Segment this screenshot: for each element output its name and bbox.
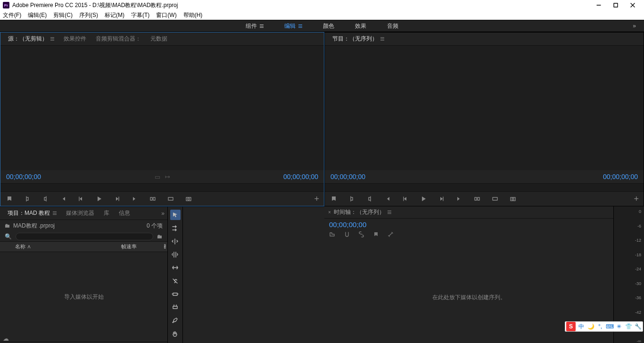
slip-tool-icon[interactable] — [170, 289, 181, 299]
export-frame-icon[interactable] — [509, 195, 517, 203]
project-search-input[interactable] — [16, 233, 153, 240]
col-framerate[interactable]: 帧速率 — [117, 242, 160, 252]
menu-sequence[interactable]: 序列(S) — [79, 11, 98, 19]
step-fwd-icon[interactable] — [437, 195, 446, 203]
program-playhead-timecode[interactable]: 00;00;00;00 — [330, 173, 365, 180]
lift-icon[interactable] — [473, 195, 481, 203]
step-back-icon[interactable] — [77, 195, 85, 203]
resolution-icon[interactable]: ↦ — [165, 173, 170, 180]
tab-menu-icon[interactable] — [53, 212, 57, 215]
overwrite-icon[interactable] — [166, 195, 175, 203]
goto-in-icon[interactable] — [59, 195, 67, 203]
tab-audio-clip-mixer[interactable]: 音频剪辑混合器： — [91, 33, 146, 46]
menu-help[interactable]: 帮助(H) — [183, 11, 203, 19]
project-empty-hint[interactable]: 导入媒体以开始 — [0, 252, 167, 342]
program-viewport[interactable] — [325, 46, 644, 170]
insert-icon[interactable] — [149, 195, 157, 203]
button-editor-icon[interactable]: + — [634, 194, 639, 204]
workspace-editing[interactable]: 编辑 — [284, 22, 302, 30]
track-select-tool-icon[interactable] — [170, 223, 181, 233]
in-point-icon[interactable] — [347, 195, 356, 203]
menu-marker[interactable]: 标记(M) — [105, 11, 124, 19]
ime-mode-icon[interactable]: 🌙 — [586, 322, 595, 331]
tab-menu-icon[interactable] — [380, 37, 384, 41]
ripple-edit-tool-icon[interactable] — [170, 236, 181, 246]
project-columns[interactable]: 名称 ∧ 帧速率 ∦ — [0, 241, 167, 252]
tab-info[interactable]: 信息 — [114, 207, 135, 220]
marker-icon[interactable] — [330, 195, 338, 203]
ime-keyboard-icon[interactable]: ⌨ — [605, 322, 614, 331]
pen-tool-icon[interactable] — [170, 315, 181, 326]
step-fwd-icon[interactable] — [113, 195, 121, 203]
menu-title[interactable]: 字幕(T) — [131, 11, 149, 19]
slide-tool-icon[interactable] — [170, 302, 181, 312]
tab-media-browser[interactable]: 媒体浏览器 — [61, 207, 99, 220]
extract-icon[interactable] — [491, 195, 499, 203]
filter-bin-icon[interactable]: 🖿 — [157, 233, 163, 240]
ime-punct-icon[interactable]: °, — [595, 322, 605, 331]
close-tab-icon[interactable]: × — [328, 210, 331, 215]
marker-icon[interactable] — [5, 195, 14, 203]
nest-toggle-icon[interactable] — [329, 231, 335, 239]
workspace-effects[interactable]: 效果 — [355, 22, 366, 30]
play-icon[interactable] — [95, 195, 103, 203]
col-name[interactable]: 名称 ∧ — [11, 242, 117, 252]
panel-overflow-icon[interactable]: » — [161, 210, 165, 217]
ime-lang-icon[interactable]: 中 — [577, 322, 586, 331]
source-scrubber[interactable] — [0, 183, 324, 192]
menu-window[interactable]: 窗口(W) — [156, 11, 176, 19]
timeline-timecode[interactable]: 00;00;00;00 — [324, 219, 613, 230]
menu-clip[interactable]: 剪辑(C) — [53, 11, 73, 19]
tab-menu-icon[interactable] — [388, 211, 391, 214]
search-icon[interactable]: 🔍 — [5, 233, 12, 240]
fit-icon[interactable]: ▭ — [155, 173, 160, 180]
maximize-button[interactable] — [607, 0, 624, 10]
source-playhead-timecode[interactable]: 00;00;00;00 — [6, 173, 41, 180]
tab-project[interactable]: 项目：MAD 教程 — [3, 207, 61, 220]
menu-edit[interactable]: 编辑(E) — [28, 11, 47, 19]
tab-effect-controls[interactable]: 效果控件 — [59, 33, 91, 46]
step-back-icon[interactable] — [401, 195, 410, 203]
out-point-icon[interactable] — [41, 195, 50, 203]
export-frame-icon[interactable] — [184, 195, 193, 203]
goto-in-icon[interactable] — [383, 195, 392, 203]
out-point-icon[interactable] — [365, 195, 374, 203]
workspace-overflow-icon[interactable]: » — [633, 23, 635, 29]
menu-file[interactable]: 文件(F) — [3, 11, 21, 19]
play-icon[interactable] — [419, 195, 428, 203]
workspace-menu-icon[interactable] — [298, 24, 302, 28]
ime-skin-icon[interactable]: 👕 — [624, 322, 633, 331]
goto-out-icon[interactable] — [455, 195, 463, 203]
sync-settings-icon[interactable]: ☁ — [3, 335, 9, 342]
ime-settings-icon[interactable]: 🔧 — [633, 322, 643, 331]
rate-stretch-tool-icon[interactable] — [170, 262, 181, 273]
goto-out-icon[interactable] — [131, 195, 139, 203]
add-marker-icon[interactable] — [373, 231, 379, 239]
timeline-settings-icon[interactable] — [388, 231, 394, 239]
source-viewport[interactable] — [0, 46, 324, 170]
program-scrubber[interactable] — [325, 183, 644, 192]
workspace-assembly[interactable]: 组件 — [246, 22, 264, 30]
workspace-audio[interactable]: 音频 — [387, 22, 398, 30]
minimize-button[interactable] — [590, 0, 607, 10]
ime-emoji-icon[interactable]: ✳ — [614, 322, 624, 331]
linked-selection-icon[interactable] — [358, 231, 364, 239]
snap-icon[interactable] — [344, 231, 350, 239]
tab-libraries[interactable]: 库 — [99, 207, 114, 220]
razor-tool-icon[interactable] — [170, 276, 181, 286]
tab-metadata[interactable]: 元数据 — [146, 33, 172, 46]
workspace-menu-icon[interactable] — [260, 24, 264, 28]
ime-logo[interactable]: S — [566, 322, 576, 331]
rolling-edit-tool-icon[interactable] — [170, 249, 181, 260]
tab-source-no-clip[interactable]: 源：（无剪辑） — [3, 33, 59, 46]
ime-toolbar[interactable]: S 中 🌙 °, ⌨ ✳ 👕 🔧 — [565, 321, 643, 332]
timeline-title[interactable]: 时间轴：（无序列） — [334, 208, 385, 216]
in-point-icon[interactable] — [23, 195, 32, 203]
selection-tool-icon[interactable] — [170, 210, 181, 220]
button-editor-icon[interactable]: + — [314, 194, 319, 204]
tab-program[interactable]: 节目：（无序列） — [328, 33, 389, 46]
tab-menu-icon[interactable] — [50, 37, 54, 41]
close-button[interactable] — [624, 0, 641, 10]
hand-tool-icon[interactable] — [170, 328, 181, 339]
workspace-color[interactable]: 颜色 — [323, 22, 334, 30]
